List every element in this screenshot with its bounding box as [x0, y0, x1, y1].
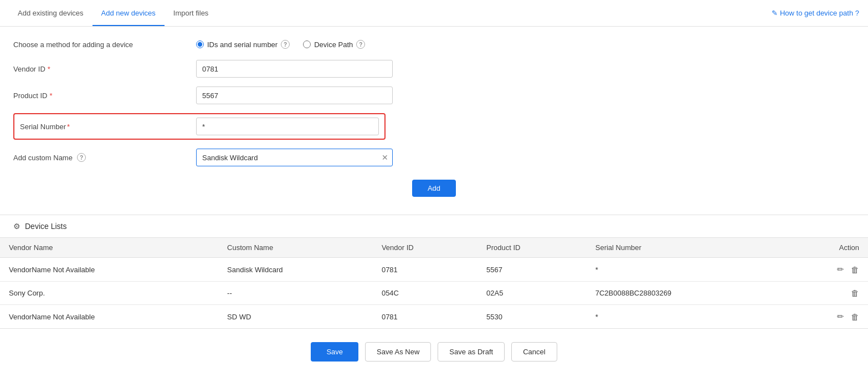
gear-icon: ⚙ [13, 222, 20, 231]
table-cell: * [587, 258, 784, 282]
add-btn-row: Add [13, 175, 855, 206]
action-cell: ✏🗑 [784, 258, 868, 282]
vendor-id-required: * [48, 65, 50, 73]
col-vendor-name: Vendor Name [0, 238, 218, 258]
tab-add-existing[interactable]: Add existing devices [9, 1, 93, 26]
table-cell: -- [218, 282, 373, 305]
delete-row-icon[interactable]: 🗑 [851, 265, 859, 274]
table-wrapper: Vendor Name Custom Name Vendor ID Produc… [0, 238, 868, 329]
device-path-label: Device Path [314, 40, 353, 49]
table-cell: Sony Corp. [0, 282, 218, 305]
device-lists-header: ⚙ Device Lists [0, 215, 868, 238]
product-id-row: Product ID* [13, 86, 855, 104]
ids-serial-help-icon[interactable]: ? [281, 40, 290, 49]
table-cell: SD WD [218, 305, 373, 329]
product-id-input[interactable] [196, 86, 393, 104]
device-path-help-icon[interactable]: ? [356, 40, 365, 49]
cancel-button[interactable]: Cancel [511, 342, 557, 362]
tabs-bar: Add existing devices Add new devices Imp… [0, 0, 868, 27]
serial-number-label: Serial Number* [20, 123, 196, 131]
col-product-id: Product ID [477, 238, 587, 258]
product-id-label: Product ID* [13, 91, 196, 100]
action-cell: ✏🗑 [784, 305, 868, 329]
custom-name-help-icon[interactable]: ? [77, 153, 86, 162]
table-row: VendorName Not AvailableSD WD07815530*✏🗑 [0, 305, 868, 329]
table-cell: * [587, 305, 784, 329]
table-row: Sony Corp.--054C02A57C2B0088BC28803269🗑 [0, 282, 868, 305]
edit-row-icon[interactable]: ✏ [837, 264, 844, 274]
ids-serial-label: IDs and serial number [207, 40, 278, 49]
action-cell: 🗑 [784, 282, 868, 305]
how-to-link[interactable]: ✎ How to get device path ? [772, 9, 859, 17]
serial-number-input[interactable] [196, 118, 379, 135]
save-as-new-button[interactable]: Save As New [365, 342, 431, 362]
table-cell: 5567 [477, 258, 587, 282]
delete-row-icon[interactable]: 🗑 [851, 288, 859, 298]
vendor-id-row: Vendor ID* [13, 60, 855, 78]
edit-row-icon[interactable]: ✏ [837, 312, 844, 322]
custom-name-input-wrapper: ✕ [196, 149, 393, 166]
tab-add-new[interactable]: Add new devices [93, 1, 165, 26]
table-cell: 0781 [373, 305, 477, 329]
form-area: Choose a method for adding a device IDs … [0, 27, 868, 215]
delete-row-icon[interactable]: 🗑 [851, 312, 859, 322]
col-action: Action [784, 238, 868, 258]
device-lists-title: Device Lists [25, 222, 66, 231]
custom-name-clear-icon[interactable]: ✕ [382, 153, 388, 162]
product-id-required: * [49, 91, 52, 100]
col-serial-number: Serial Number [587, 238, 784, 258]
table-cell: 054C [373, 282, 477, 305]
col-vendor-id: Vendor ID [373, 238, 477, 258]
method-label: Choose a method for adding a device [13, 40, 196, 49]
custom-name-input[interactable] [196, 149, 393, 166]
table-cell: 7C2B0088BC28803269 [587, 282, 784, 305]
custom-name-label: Add custom Name ? [13, 153, 196, 162]
table-row: VendorName Not AvailableSandisk Wildcard… [0, 258, 868, 282]
serial-box: Serial Number* [13, 113, 386, 140]
tab-import-files[interactable]: Import files [165, 1, 218, 26]
add-button[interactable]: Add [412, 180, 456, 197]
radio-ids-serial[interactable]: IDs and serial number ? [196, 40, 290, 49]
table-cell: VendorName Not Available [0, 258, 218, 282]
vendor-id-label: Vendor ID* [13, 65, 196, 73]
save-button[interactable]: Save [311, 342, 358, 362]
table-cell: 02A5 [477, 282, 587, 305]
table-body: VendorName Not AvailableSandisk Wildcard… [0, 258, 868, 329]
save-as-draft-button[interactable]: Save as Draft [438, 342, 505, 362]
table-cell: Sandisk Wildcard [218, 258, 373, 282]
edit-icon: ✎ [772, 9, 778, 17]
col-custom-name: Custom Name [218, 238, 373, 258]
vendor-id-input[interactable] [196, 60, 393, 78]
serial-number-row: Serial Number* [13, 113, 855, 140]
method-options: IDs and serial number ? Device Path ? [196, 40, 365, 49]
serial-required: * [67, 123, 70, 131]
table-header-row: Vendor Name Custom Name Vendor ID Produc… [0, 238, 868, 258]
custom-name-row: Add custom Name ? ✕ [13, 149, 855, 166]
table-cell: 0781 [373, 258, 477, 282]
footer-buttons: Save Save As New Save as Draft Cancel [0, 329, 868, 370]
table-cell: VendorName Not Available [0, 305, 218, 329]
method-row: Choose a method for adding a device IDs … [13, 40, 855, 49]
table-cell: 5530 [477, 305, 587, 329]
device-table: Vendor Name Custom Name Vendor ID Produc… [0, 238, 868, 329]
radio-device-path[interactable]: Device Path ? [303, 40, 365, 49]
